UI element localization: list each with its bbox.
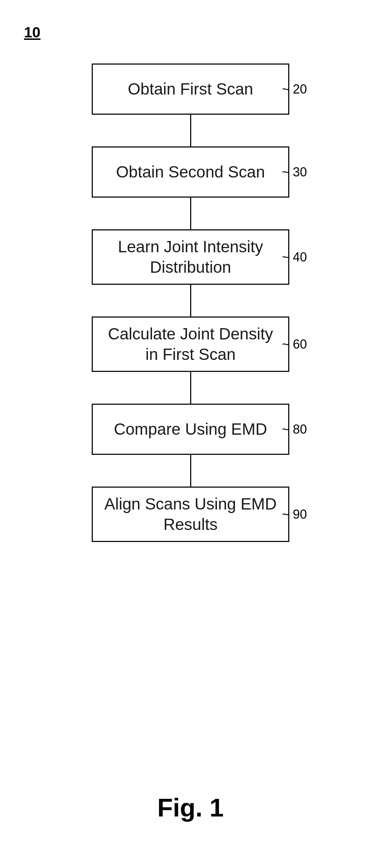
step-text-40: Learn Joint Intensity Distribution: [101, 237, 280, 277]
step-text-20: Obtain First Scan: [128, 79, 253, 100]
step-wrapper-40: Learn Joint Intensity Distribution 40: [67, 229, 314, 285]
step-number-60: 60: [282, 337, 307, 352]
figure-caption: Fig. 1: [157, 793, 224, 822]
step-text-60: Calculate Joint Density in First Scan: [101, 324, 280, 364]
step-text-30: Obtain Second Scan: [116, 162, 265, 182]
step-text-90: Align Scans Using EMD Results: [101, 494, 280, 535]
step-number-30: 30: [282, 165, 307, 180]
step-wrapper-20: Obtain First Scan 20: [67, 64, 314, 115]
step-wrapper-60: Calculate Joint Density in First Scan 60: [67, 317, 314, 372]
step-wrapper-80: Compare Using EMD 80: [67, 404, 314, 455]
flow-box-obtain-second-scan: Obtain Second Scan: [92, 146, 289, 198]
step-number-40: 40: [282, 250, 307, 265]
step-wrapper-30: Obtain Second Scan 30: [67, 146, 314, 198]
flow-box-compare-emd: Compare Using EMD: [92, 404, 289, 455]
connector-1: [190, 115, 191, 146]
connector-4: [190, 372, 191, 404]
flowchart: Obtain First Scan 20 Obtain Second Scan …: [67, 64, 314, 542]
flow-box-obtain-first-scan: Obtain First Scan: [92, 64, 289, 115]
diagram-label: 10: [24, 24, 41, 41]
page-container: 10 Obtain First Scan 20 Obtain Second Sc…: [0, 0, 381, 868]
connector-2: [190, 198, 191, 229]
flow-box-align-scans: Align Scans Using EMD Results: [92, 487, 289, 542]
step-text-80: Compare Using EMD: [114, 419, 267, 440]
connector-3: [190, 285, 191, 317]
flow-box-learn-joint: Learn Joint Intensity Distribution: [92, 229, 289, 285]
step-number-80: 80: [282, 422, 307, 437]
step-number-90: 90: [282, 507, 307, 522]
step-wrapper-90: Align Scans Using EMD Results 90: [67, 487, 314, 542]
connector-5: [190, 455, 191, 487]
flow-box-calculate-joint: Calculate Joint Density in First Scan: [92, 317, 289, 372]
step-number-20: 20: [282, 82, 307, 97]
